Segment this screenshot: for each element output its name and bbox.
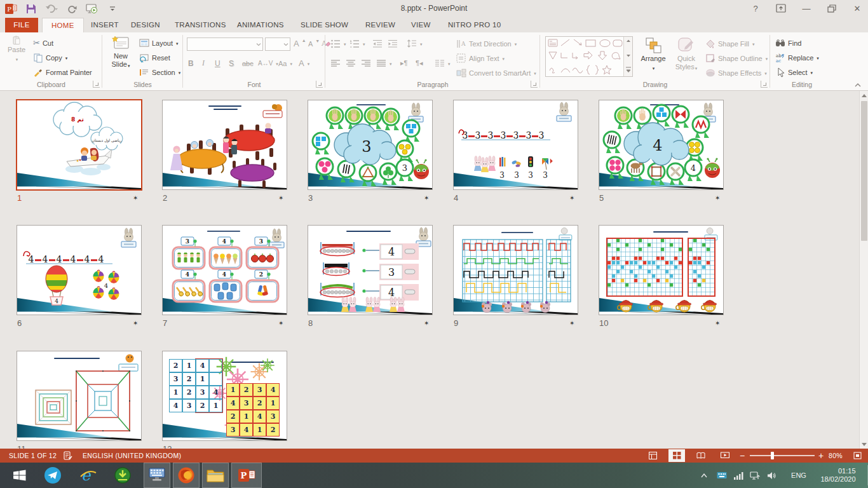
collapse-ribbon-button[interactable] (854, 83, 862, 88)
zoom-slider-track[interactable] (750, 455, 815, 456)
decrease-font-button[interactable]: A▼ (308, 37, 320, 50)
tray-signal-icon[interactable] (731, 463, 746, 488)
ltr-direction-button[interactable]: ▸¶ (400, 57, 407, 70)
align-right-button[interactable] (361, 57, 371, 70)
scroll-up-button[interactable] (860, 91, 868, 100)
drawing-dialog-launcher[interactable] (761, 81, 768, 88)
tray-clock[interactable]: 01:15 18/02/2020 (815, 463, 862, 488)
undo-button[interactable] (44, 2, 58, 16)
tab-home[interactable]: HOME (42, 18, 84, 32)
taskbar-onscreen-keyboard-icon[interactable] (144, 463, 170, 488)
cut-button[interactable]: ✂ Cut (33, 36, 53, 50)
zoom-percentage[interactable]: 80% (829, 449, 843, 463)
vertical-scrollbar[interactable] (859, 91, 868, 449)
restore-button[interactable] (824, 1, 840, 15)
taskbar-powerpoint-icon[interactable]: P (231, 463, 262, 488)
taskbar-internet-explorer-icon[interactable]: e (75, 463, 102, 488)
start-slideshow-button[interactable] (85, 2, 99, 16)
tab-review[interactable]: REVIEW (357, 18, 403, 32)
slideshow-view-button[interactable] (717, 449, 733, 462)
zoom-slider-handle[interactable] (771, 452, 774, 459)
slide-thumbnail-9[interactable] (454, 226, 578, 315)
language-indicator[interactable]: ENGLISH (UNITED KINGDOM) (83, 449, 181, 463)
customize-qat-button[interactable] (105, 2, 119, 16)
save-button[interactable] (24, 2, 38, 16)
ribbon-display-options-button[interactable] (773, 1, 789, 15)
paragraph-dialog-launcher[interactable] (531, 81, 538, 88)
close-button[interactable]: ✕ (849, 1, 865, 15)
shapes-gallery-scroll[interactable] (623, 37, 632, 76)
copy-button[interactable]: Copy▾ (33, 51, 67, 64)
rtl-direction-button[interactable]: ¶◂ (416, 57, 423, 70)
fit-to-window-button[interactable] (849, 449, 865, 462)
font-size-combo[interactable] (265, 37, 290, 51)
increase-indent-button[interactable] (388, 37, 398, 50)
taskbar-file-explorer-icon[interactable] (202, 463, 229, 488)
normal-view-button[interactable] (644, 449, 661, 462)
tray-touch-keyboard-icon[interactable] (714, 463, 729, 488)
align-text-button[interactable]: Align Text▾ (456, 51, 505, 65)
columns-button[interactable]: ▾ (435, 57, 451, 70)
tab-insert[interactable]: INSERT (83, 18, 127, 32)
select-button[interactable]: Select▾ (775, 65, 813, 79)
taskbar-firefox-icon[interactable] (173, 463, 200, 488)
arrange-button[interactable]: Arrange▾ (637, 36, 670, 72)
decrease-indent-button[interactable] (372, 37, 383, 50)
scroll-down-button[interactable] (860, 440, 868, 449)
reading-view-button[interactable] (693, 449, 709, 462)
start-button[interactable] (3, 463, 37, 488)
slide-thumbnail-4[interactable]: 33 33 33 3 3 3 3 (454, 100, 578, 189)
taskbar-idm-icon[interactable] (109, 463, 136, 488)
tray-network-icon[interactable] (747, 463, 763, 488)
character-spacing-button[interactable]: A↔V▾ (258, 57, 278, 70)
tab-view[interactable]: VIEW (403, 18, 439, 32)
strikethrough-button[interactable]: abc (242, 57, 254, 70)
tab-animations[interactable]: ANIMATIONS (229, 18, 292, 32)
slide-thumbnail-5[interactable]: 4 4 (599, 100, 723, 189)
shapes-gallery[interactable] (545, 36, 633, 77)
slide-thumbnail-12[interactable]: 21432112344321 1234432121433412 (163, 351, 287, 440)
zoom-in-button[interactable]: + (818, 449, 824, 463)
paste-button[interactable]: Paste▾ (4, 36, 29, 63)
justify-button[interactable]: ▾ (376, 57, 392, 70)
find-button[interactable]: Find (775, 36, 801, 50)
line-spacing-button[interactable]: ▾ (407, 37, 423, 50)
slide-thumbnail-7[interactable]: 3 4 3 (163, 226, 287, 315)
slide-thumbnail-11[interactable] (17, 351, 141, 440)
tab-design[interactable]: DESIGN (123, 18, 168, 32)
slide-thumbnail-3[interactable]: 3 3 (308, 100, 432, 189)
numbering-button[interactable]: ▾ (349, 37, 365, 50)
zoom-out-button[interactable]: − (740, 449, 745, 463)
tab-file[interactable]: FILE (5, 18, 38, 32)
scrollbar-thumb[interactable] (861, 101, 867, 241)
redo-button[interactable] (65, 2, 79, 16)
convert-smartart-button[interactable]: Convert to SmartArt▾ (456, 66, 536, 79)
section-button[interactable]: Section▾ (139, 65, 180, 79)
font-color-button[interactable]: A▾ (299, 57, 309, 70)
tab-nitro[interactable]: NITRO PRO 10 (440, 18, 509, 32)
slide-thumbnail-2[interactable] (163, 100, 287, 189)
change-case-button[interactable]: Aa▾ (278, 57, 292, 70)
slide-thumbnail-6[interactable]: 44 44 44 4 (17, 226, 141, 315)
reset-button[interactable]: Reset (139, 51, 170, 64)
new-slide-button[interactable]: NewSlide▾ (106, 36, 135, 69)
font-name-combo[interactable] (187, 37, 263, 51)
underline-button[interactable]: U (215, 57, 220, 70)
text-shadow-button[interactable]: S (229, 57, 234, 70)
slide-thumbnail-8[interactable]: 4 3 (308, 226, 432, 315)
bold-button[interactable]: B (188, 57, 194, 70)
tab-slideshow[interactable]: SLIDE SHOW (292, 18, 356, 32)
help-button[interactable]: ? (747, 1, 764, 15)
tray-show-hidden-icons[interactable] (696, 463, 712, 488)
shape-fill-button[interactable]: Shape Fill▾ (705, 37, 754, 50)
increase-font-button[interactable]: A▲ (294, 37, 306, 50)
align-left-button[interactable] (330, 57, 341, 70)
text-direction-button[interactable]: A Text Direction▾ (456, 37, 517, 50)
minimize-button[interactable]: — (798, 1, 815, 15)
spellcheck-icon[interactable] (64, 449, 72, 463)
tab-transitions[interactable]: TRANSITIONS (166, 18, 234, 32)
italic-button[interactable]: I (202, 57, 205, 70)
clipboard-dialog-launcher[interactable] (93, 81, 100, 88)
tray-volume-icon[interactable] (764, 463, 779, 488)
slide-thumbnail-1[interactable]: تم 8 ریاضی اول دبستان (17, 100, 141, 189)
